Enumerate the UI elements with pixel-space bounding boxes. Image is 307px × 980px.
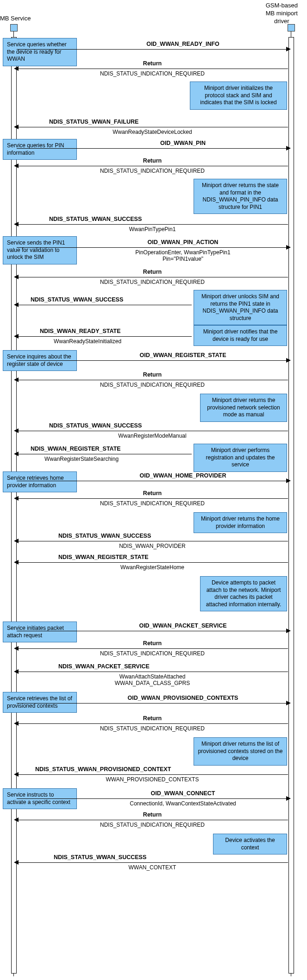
left-note-2: Service queries for PIN information xyxy=(3,139,77,160)
msg-m24-label: NDIS_STATUS_WWAN_PROVISIONED_CONTEXT xyxy=(17,766,288,773)
msg-m22-line xyxy=(17,703,288,704)
msg-m21-label: NDIS_WWAN_PACKET_SERVICE xyxy=(17,663,288,670)
activation-right xyxy=(288,37,294,974)
msg-m19-label: OID_WWAN_PACKET_SERVICE xyxy=(79,622,287,629)
msg-m2-sub: NDIS_STATUS_INDICATION_REQUIRED xyxy=(17,70,288,77)
actor-right-box xyxy=(288,24,295,31)
msg-m17-label: NDIS_STATUS_WWAN_SUCCESS xyxy=(17,533,288,540)
msg-m27-label: NDIS_STATUS_WWAN_SUCCESS xyxy=(17,854,288,861)
msg-m21-line xyxy=(17,672,288,672)
right-note-6: Miniport driver performs registration an… xyxy=(194,444,287,472)
msg-m10-line xyxy=(17,336,192,337)
msg-m13-line xyxy=(17,431,288,431)
right-note-7: Miniport driver returns the home provide… xyxy=(194,512,287,533)
msg-m12-sub: NDIS_STATUS_INDICATION_REQUIRED xyxy=(17,382,288,388)
actor-right-label: GSM-based MB miniport driver xyxy=(266,2,298,25)
msg-m3-sub: WwanReadyStateDeviceLocked xyxy=(17,129,288,135)
msg-m19-arrow xyxy=(286,628,291,633)
msg-m8-label: Return xyxy=(17,269,288,276)
msg-m24-sub: WWAN_PROVISIONED_CONTEXTS xyxy=(17,776,288,783)
msg-m26-line xyxy=(17,820,288,820)
msg-m11-arrow xyxy=(286,358,291,363)
msg-m7-line xyxy=(17,247,288,248)
msg-m25-line xyxy=(17,798,288,799)
right-note-2: Miniport driver returns the state and fo… xyxy=(194,179,287,214)
msg-m22-label: OID_WWAN_PROVISIONED_CONTEXTS xyxy=(79,695,287,702)
msg-m27-line xyxy=(17,862,288,863)
msg-m4-label: OID_WWAN_PIN xyxy=(79,140,287,147)
msg-m12-label: Return xyxy=(17,371,288,378)
msg-m18-label: NDIS_WWAN_REGISTER_STATE xyxy=(17,554,288,561)
msg-m24-line xyxy=(17,774,288,775)
msg-m22-arrow xyxy=(286,701,291,705)
msg-m1-line xyxy=(17,49,288,50)
msg-m4-arrow xyxy=(286,146,291,151)
msg-m11-line xyxy=(17,360,288,361)
msg-m25-sub: ConnectionId, WwanContextStateActivated xyxy=(79,800,287,807)
msg-m23-label: Return xyxy=(17,715,288,722)
msg-m18-sub: WwanRegisterStateHome xyxy=(17,564,288,571)
msg-m20-label: Return xyxy=(17,640,288,647)
msg-m25-label: OID_WWAN_CONNECT xyxy=(79,790,287,797)
msg-m2-line xyxy=(17,69,288,69)
msg-m7-label: OID_WWAN_PIN_ACTION xyxy=(79,239,287,246)
msg-m23-line xyxy=(17,723,288,724)
right-note-3: Miniport driver unlocks SIM and returns … xyxy=(194,290,287,325)
msg-m17-sub: NDIS_WWAN_PROVIDER xyxy=(17,543,288,549)
right-note-8: Device attempts to packet attach to the … xyxy=(200,576,287,611)
msg-m19-line xyxy=(17,631,288,631)
actor-left-box xyxy=(10,24,18,31)
msg-m7-sub: PinOperationEnter, WwanPinTypePin1 Pin="… xyxy=(79,249,287,263)
msg-m8-line xyxy=(17,277,288,277)
msg-m15-arrow xyxy=(286,478,291,483)
msg-m5-label: Return xyxy=(17,157,288,164)
sequence-diagram: MB Service GSM-based MB miniport driver … xyxy=(0,0,307,980)
msg-m2-label: Return xyxy=(17,60,288,67)
msg-m3-line xyxy=(17,127,288,127)
msg-m6-line xyxy=(17,224,288,225)
left-note-3: Service sends the PIN1 value for validat… xyxy=(3,236,77,264)
msg-m26-label: Return xyxy=(17,811,288,818)
msg-m15-label: OID_WWAN_HOME_PROVIDER xyxy=(79,472,287,479)
msg-m10-label: NDIS_WWAN_READY_STATE xyxy=(17,328,193,335)
right-note-9: Miniport driver returns the list of prov… xyxy=(194,737,287,766)
msg-m20-sub: NDIS_STATUS_INDICATION_REQUIRED xyxy=(17,650,288,657)
msg-m20-line xyxy=(17,648,288,649)
msg-m6-label: NDIS_STATUS_WWAN_SUCCESS xyxy=(17,216,288,223)
msg-m17-line xyxy=(17,541,288,541)
left-note-7: Service retrieves the list of provisione… xyxy=(3,692,77,713)
msg-m4-line xyxy=(17,148,288,149)
msg-m9-arrow xyxy=(14,302,19,307)
right-note-10: Device activates the context xyxy=(213,834,287,854)
msg-m5-sub: NDIS_STATUS_INDICATION_REQUIRED xyxy=(17,168,288,174)
msg-m15-line xyxy=(17,481,288,481)
msg-m21-sub: WwanAttachStateAttached WWAN_DATA_CLASS_… xyxy=(17,673,288,687)
msg-m13-sub: WwanRegisterModeManual xyxy=(17,433,288,439)
right-note-4: Miniport driver notifies that the device… xyxy=(194,325,287,346)
msg-m11-label: OID_WWAN_REGISTER_STATE xyxy=(79,352,287,359)
msg-m18-line xyxy=(17,562,288,563)
msg-m16-sub: NDIS_STATUS_INDICATION_REQUIRED xyxy=(17,500,288,507)
left-note-5: Service retrieves home provider informat… xyxy=(3,471,77,492)
left-note-6: Service initiates packet attach request xyxy=(3,622,77,642)
msg-m27-sub: WWAN_CONTEXT xyxy=(17,864,288,871)
msg-m13-label: NDIS_STATUS_WWAN_SUCCESS xyxy=(17,422,288,429)
msg-m9-label: NDIS_STATUS_WWAN_SUCCESS xyxy=(17,296,193,303)
msg-m10-sub: WwanReadyStateInitialized xyxy=(17,338,193,345)
msg-m14-sub: WwanRegisterStateSearching xyxy=(17,456,193,462)
msg-m16-label: Return xyxy=(17,490,288,497)
msg-m9-line xyxy=(17,305,192,305)
activation-left xyxy=(11,37,17,974)
actor-left-label: MB Service xyxy=(0,15,31,23)
msg-m26-sub: NDIS_STATUS_INDICATION_REQUIRED xyxy=(17,822,288,828)
msg-m1-label: OID_WWAN_READY_INFO xyxy=(79,41,287,48)
msg-m12-line xyxy=(17,380,288,380)
right-note-5: Miniport driver returns the provisioned … xyxy=(200,394,287,422)
msg-m5-line xyxy=(17,166,288,166)
msg-m16-line xyxy=(17,498,288,499)
msg-m3-label: NDIS_STATUS_WWAN_FAILURE xyxy=(17,119,288,126)
msg-m23-sub: NDIS_STATUS_INDICATION_REQUIRED xyxy=(17,725,288,732)
msg-m1-arrow xyxy=(286,47,291,51)
msg-m14-line xyxy=(17,454,192,454)
msg-m14-label: NDIS_WWAN_REGISTER_STATE xyxy=(17,446,193,452)
